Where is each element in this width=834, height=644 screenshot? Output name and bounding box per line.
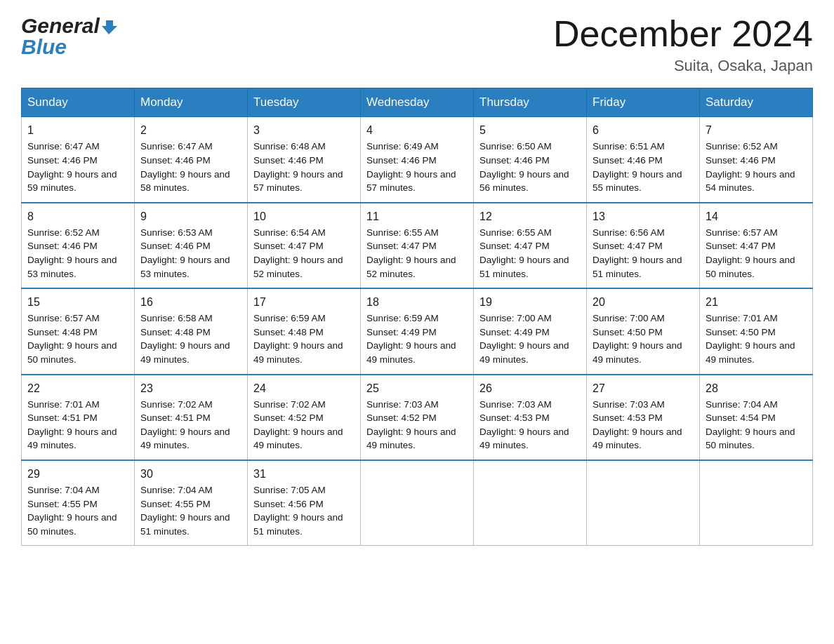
day-number: 6 — [593, 122, 694, 138]
calendar-cell: 2 Sunrise: 6:47 AMSunset: 4:46 PMDayligh… — [135, 117, 248, 203]
svg-marker-0 — [102, 20, 117, 34]
day-info: Sunrise: 7:04 AMSunset: 4:55 PMDaylight:… — [140, 485, 230, 537]
day-info: Sunrise: 6:48 AMSunset: 4:46 PMDaylight:… — [253, 141, 343, 193]
day-info: Sunrise: 7:02 AMSunset: 4:51 PMDaylight:… — [140, 399, 230, 451]
calendar-cell: 9 Sunrise: 6:53 AMSunset: 4:46 PMDayligh… — [135, 203, 248, 288]
day-info: Sunrise: 6:57 AMSunset: 4:47 PMDaylight:… — [706, 227, 795, 279]
calendar-cell: 3 Sunrise: 6:48 AMSunset: 4:46 PMDayligh… — [248, 117, 361, 203]
page-header: General Blue December 2024 Suita, Osaka,… — [21, 14, 813, 75]
col-monday: Monday — [135, 88, 248, 117]
location-text: Suita, Osaka, Japan — [553, 57, 813, 75]
day-number: 20 — [593, 294, 694, 310]
day-info: Sunrise: 7:01 AMSunset: 4:50 PMDaylight:… — [706, 313, 795, 365]
calendar-cell: 30 Sunrise: 7:04 AMSunset: 4:55 PMDaylig… — [135, 460, 248, 546]
calendar-cell: 6 Sunrise: 6:51 AMSunset: 4:46 PMDayligh… — [587, 117, 700, 203]
day-info: Sunrise: 7:03 AMSunset: 4:53 PMDaylight:… — [593, 399, 682, 451]
day-info: Sunrise: 6:55 AMSunset: 4:47 PMDaylight:… — [479, 227, 569, 279]
day-number: 17 — [253, 294, 355, 310]
col-wednesday: Wednesday — [361, 88, 474, 117]
calendar-week-4: 22 Sunrise: 7:01 AMSunset: 4:51 PMDaylig… — [22, 375, 813, 460]
calendar-cell: 23 Sunrise: 7:02 AMSunset: 4:51 PMDaylig… — [135, 375, 248, 460]
calendar-week-1: 1 Sunrise: 6:47 AMSunset: 4:46 PMDayligh… — [22, 117, 813, 203]
day-info: Sunrise: 6:47 AMSunset: 4:46 PMDaylight:… — [27, 141, 117, 193]
calendar-cell: 21 Sunrise: 7:01 AMSunset: 4:50 PMDaylig… — [700, 288, 813, 374]
calendar-cell: 11 Sunrise: 6:55 AMSunset: 4:47 PMDaylig… — [361, 203, 474, 288]
calendar-cell — [587, 460, 700, 546]
logo-general-text: General — [21, 14, 100, 38]
logo-arrow-icon — [102, 19, 117, 34]
day-number: 7 — [706, 122, 807, 138]
day-number: 22 — [27, 380, 128, 396]
day-number: 30 — [140, 466, 241, 482]
calendar-cell — [474, 460, 587, 546]
day-info: Sunrise: 6:53 AMSunset: 4:46 PMDaylight:… — [140, 227, 230, 279]
day-info: Sunrise: 6:59 AMSunset: 4:48 PMDaylight:… — [253, 313, 343, 365]
calendar-cell: 8 Sunrise: 6:52 AMSunset: 4:46 PMDayligh… — [22, 203, 135, 288]
day-info: Sunrise: 6:52 AMSunset: 4:46 PMDaylight:… — [706, 141, 795, 193]
day-info: Sunrise: 6:56 AMSunset: 4:47 PMDaylight:… — [593, 227, 682, 279]
calendar-cell: 5 Sunrise: 6:50 AMSunset: 4:46 PMDayligh… — [474, 117, 587, 203]
month-title: December 2024 — [553, 14, 813, 54]
day-info: Sunrise: 6:59 AMSunset: 4:49 PMDaylight:… — [366, 313, 456, 365]
day-info: Sunrise: 7:04 AMSunset: 4:54 PMDaylight:… — [706, 399, 795, 451]
col-tuesday: Tuesday — [248, 88, 361, 117]
col-saturday: Saturday — [700, 88, 813, 117]
day-number: 13 — [593, 208, 694, 224]
day-number: 10 — [253, 208, 355, 224]
calendar-cell: 20 Sunrise: 7:00 AMSunset: 4:50 PMDaylig… — [587, 288, 700, 374]
day-info: Sunrise: 6:50 AMSunset: 4:46 PMDaylight:… — [479, 141, 569, 193]
calendar-cell: 15 Sunrise: 6:57 AMSunset: 4:48 PMDaylig… — [22, 288, 135, 374]
day-number: 18 — [366, 294, 468, 310]
day-number: 12 — [479, 208, 581, 224]
calendar-cell: 26 Sunrise: 7:03 AMSunset: 4:53 PMDaylig… — [474, 375, 587, 460]
day-info: Sunrise: 6:52 AMSunset: 4:46 PMDaylight:… — [27, 227, 117, 279]
day-info: Sunrise: 6:49 AMSunset: 4:46 PMDaylight:… — [366, 141, 456, 193]
calendar-cell — [361, 460, 474, 546]
calendar-cell: 16 Sunrise: 6:58 AMSunset: 4:48 PMDaylig… — [135, 288, 248, 374]
col-sunday: Sunday — [22, 88, 135, 117]
day-number: 19 — [479, 294, 581, 310]
day-info: Sunrise: 6:57 AMSunset: 4:48 PMDaylight:… — [27, 313, 117, 365]
calendar-week-5: 29 Sunrise: 7:04 AMSunset: 4:55 PMDaylig… — [22, 460, 813, 546]
calendar-cell: 28 Sunrise: 7:04 AMSunset: 4:54 PMDaylig… — [700, 375, 813, 460]
day-number: 14 — [706, 208, 807, 224]
day-number: 11 — [366, 208, 468, 224]
calendar-cell: 27 Sunrise: 7:03 AMSunset: 4:53 PMDaylig… — [587, 375, 700, 460]
calendar-cell: 19 Sunrise: 7:00 AMSunset: 4:49 PMDaylig… — [474, 288, 587, 374]
col-friday: Friday — [587, 88, 700, 117]
day-number: 21 — [706, 294, 807, 310]
day-info: Sunrise: 7:01 AMSunset: 4:51 PMDaylight:… — [27, 399, 117, 451]
day-info: Sunrise: 7:04 AMSunset: 4:55 PMDaylight:… — [27, 485, 117, 537]
day-number: 31 — [253, 466, 355, 482]
logo-blue-text: Blue — [21, 35, 117, 59]
calendar-week-3: 15 Sunrise: 6:57 AMSunset: 4:48 PMDaylig… — [22, 288, 813, 374]
day-number: 5 — [479, 122, 581, 138]
day-number: 2 — [140, 122, 241, 138]
day-info: Sunrise: 7:02 AMSunset: 4:52 PMDaylight:… — [253, 399, 343, 451]
day-number: 15 — [27, 294, 128, 310]
day-info: Sunrise: 6:58 AMSunset: 4:48 PMDaylight:… — [140, 313, 230, 365]
calendar-week-2: 8 Sunrise: 6:52 AMSunset: 4:46 PMDayligh… — [22, 203, 813, 288]
calendar-cell: 1 Sunrise: 6:47 AMSunset: 4:46 PMDayligh… — [22, 117, 135, 203]
day-number: 16 — [140, 294, 241, 310]
logo: General Blue — [21, 14, 117, 59]
calendar-cell: 7 Sunrise: 6:52 AMSunset: 4:46 PMDayligh… — [700, 117, 813, 203]
day-info: Sunrise: 6:55 AMSunset: 4:47 PMDaylight:… — [366, 227, 456, 279]
day-number: 9 — [140, 208, 241, 224]
calendar-cell: 29 Sunrise: 7:04 AMSunset: 4:55 PMDaylig… — [22, 460, 135, 546]
day-info: Sunrise: 6:54 AMSunset: 4:47 PMDaylight:… — [253, 227, 343, 279]
day-number: 29 — [27, 466, 128, 482]
col-thursday: Thursday — [474, 88, 587, 117]
calendar-cell: 31 Sunrise: 7:05 AMSunset: 4:56 PMDaylig… — [248, 460, 361, 546]
title-section: December 2024 Suita, Osaka, Japan — [553, 14, 813, 75]
calendar-cell: 10 Sunrise: 6:54 AMSunset: 4:47 PMDaylig… — [248, 203, 361, 288]
day-info: Sunrise: 7:05 AMSunset: 4:56 PMDaylight:… — [253, 485, 343, 537]
day-number: 1 — [27, 122, 128, 138]
calendar-cell: 24 Sunrise: 7:02 AMSunset: 4:52 PMDaylig… — [248, 375, 361, 460]
day-number: 8 — [27, 208, 128, 224]
day-number: 3 — [253, 122, 355, 138]
calendar-header-row: Sunday Monday Tuesday Wednesday Thursday… — [22, 88, 813, 117]
calendar-cell: 14 Sunrise: 6:57 AMSunset: 4:47 PMDaylig… — [700, 203, 813, 288]
day-number: 25 — [366, 380, 468, 396]
day-info: Sunrise: 7:00 AMSunset: 4:50 PMDaylight:… — [593, 313, 682, 365]
